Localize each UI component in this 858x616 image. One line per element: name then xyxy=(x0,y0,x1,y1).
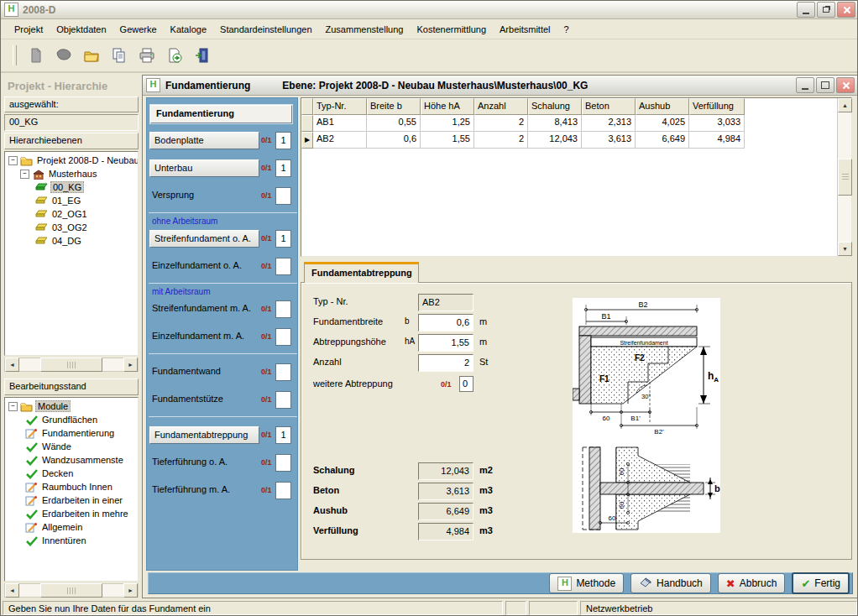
menu-projekt[interactable]: Projekt xyxy=(8,22,50,37)
menu-gewerke[interactable]: Gewerke xyxy=(113,22,164,37)
doc-minimize-button[interactable] xyxy=(796,77,814,93)
cell[interactable]: 0,6 xyxy=(367,132,421,149)
col-header[interactable]: Beton xyxy=(582,98,636,115)
scroll-thumb[interactable] xyxy=(40,358,102,372)
nav-label[interactable]: Tieferführung o. A. xyxy=(152,457,228,467)
cell[interactable]: 0,55 xyxy=(367,115,421,132)
count-field[interactable] xyxy=(275,258,291,275)
minimize-button[interactable] xyxy=(797,2,815,18)
nav-label[interactable]: Fundamentwand xyxy=(152,366,221,376)
collapse-toggle-icon[interactable]: − xyxy=(20,170,29,179)
nav-label[interactable]: Einzelfundament o. A. xyxy=(152,260,242,270)
count-field[interactable] xyxy=(275,328,291,346)
tree-item-label[interactable]: 04_DG xyxy=(50,236,83,246)
tree-item-label[interactable]: Module xyxy=(35,400,71,412)
nav-button-active[interactable]: Fundamentabtreppung xyxy=(149,426,259,444)
module-item[interactable]: Fundamentierung xyxy=(5,426,138,440)
module-item[interactable]: Innentüren xyxy=(5,534,138,547)
module-label[interactable]: Fundamentierung xyxy=(40,428,116,438)
module-label[interactable]: Erdarbeiten in einer xyxy=(40,495,124,505)
module-item[interactable]: Wandzusammenste xyxy=(5,453,138,467)
handbuch-button[interactable]: Handbuch xyxy=(630,573,711,593)
module-label[interactable]: Innentüren xyxy=(40,535,88,546)
col-header[interactable]: Schalung xyxy=(528,98,582,115)
module-label[interactable]: Raumbuch Innen xyxy=(40,482,114,492)
scroll-thumb[interactable] xyxy=(838,159,852,196)
nav-label[interactable]: Streifenfundament m. A. xyxy=(152,303,251,313)
cell[interactable]: 3,613 xyxy=(582,132,636,149)
menu-help[interactable]: ? xyxy=(557,22,576,37)
scroll-thumb[interactable] xyxy=(40,583,102,598)
cell[interactable]: AB1 xyxy=(313,115,367,132)
tree-item-floor[interactable]: 03_OG2 xyxy=(5,221,138,234)
col-header[interactable]: Höhe hA xyxy=(421,98,474,115)
table-row[interactable]: AB1 0,55 1,25 2 8,413 2,313 4,025 3,033 xyxy=(301,115,851,132)
print-icon[interactable] xyxy=(137,45,157,65)
cell[interactable]: 1,25 xyxy=(421,115,474,132)
menu-objektdaten[interactable]: Objektdaten xyxy=(50,22,112,37)
cell[interactable]: AB2 xyxy=(313,132,367,149)
col-header[interactable]: Aushub xyxy=(636,98,689,115)
methode-button[interactable]: H Methode xyxy=(549,573,624,593)
cell[interactable]: 12,043 xyxy=(528,132,582,149)
nav-button[interactable]: Unterbau xyxy=(149,159,259,177)
nav-button[interactable]: Bodenplatte xyxy=(149,132,259,149)
nav-label[interactable]: Tieferführung m. A. xyxy=(152,484,230,494)
count-field[interactable]: 1 xyxy=(275,426,291,444)
tree-item-label[interactable]: 02_OG1 xyxy=(50,209,89,219)
table-row-selected[interactable]: ▶ AB2 0,6 1,55 2 12,043 3,613 6,649 4,98… xyxy=(301,132,851,149)
export-icon[interactable] xyxy=(165,45,185,65)
scroll-up-icon[interactable]: ▲ xyxy=(838,98,852,112)
count-field[interactable]: 1 xyxy=(275,159,291,177)
anzahl-input[interactable]: 2 xyxy=(418,354,473,372)
module-label[interactable]: Wände xyxy=(40,441,73,452)
open-folder-icon[interactable] xyxy=(81,45,102,65)
nav-label[interactable]: Einzelfundament m. A. xyxy=(152,331,244,341)
cell[interactable]: 3,033 xyxy=(689,115,745,132)
module-item[interactable]: Allgemein xyxy=(5,520,138,534)
tree-item-label-selected[interactable]: 00_KG xyxy=(50,181,84,193)
tree-item-label[interactable]: 03_OG2 xyxy=(50,222,89,232)
menu-kataloge[interactable]: Kataloge xyxy=(164,22,213,37)
restore-button[interactable] xyxy=(817,2,835,18)
module-label[interactable]: Allgemein xyxy=(40,522,84,532)
tree-item-label[interactable]: 01_EG xyxy=(50,196,82,206)
collapse-toggle-icon[interactable]: − xyxy=(8,156,18,165)
col-header[interactable]: Verfüllung xyxy=(689,98,745,115)
weitere-input[interactable]: 0 xyxy=(459,376,473,392)
nav-button[interactable]: Streifenfundament o. A. xyxy=(149,230,259,248)
fertig-button[interactable]: ✔ Fertig xyxy=(792,572,850,594)
hierarchy-hscrollbar[interactable]: ◄ ► xyxy=(4,358,139,372)
menu-standardeinstellungen[interactable]: Standardeinstellungen xyxy=(213,22,318,37)
doc-close-button[interactable] xyxy=(836,77,855,93)
copy-icon[interactable] xyxy=(109,45,129,65)
open-document-icon[interactable] xyxy=(54,45,74,65)
hoehe-input[interactable]: 1,55 xyxy=(418,334,473,352)
menu-zusammenstellung[interactable]: Zusammenstellung xyxy=(319,22,411,37)
col-header[interactable]: Typ-Nr. xyxy=(313,98,367,115)
menu-kostenermittlung[interactable]: Kostenermittlung xyxy=(410,22,493,37)
count-field[interactable] xyxy=(275,482,291,499)
nav-label[interactable]: Versprung xyxy=(152,190,194,200)
module-label[interactable]: Wandzusammenste xyxy=(40,455,125,465)
cell[interactable]: 1,55 xyxy=(421,132,474,149)
tree-item-floor[interactable]: 02_OG1 xyxy=(5,207,138,221)
scroll-right-icon[interactable]: ► xyxy=(123,583,138,598)
tree-item-project[interactable]: − Projekt 2008-D - Neubau xyxy=(5,154,138,167)
cell[interactable]: 6,649 xyxy=(636,132,689,149)
module-label[interactable]: Grundflächen xyxy=(40,415,99,425)
scroll-left-icon[interactable]: ◄ xyxy=(5,583,19,598)
cell[interactable]: 4,025 xyxy=(636,115,689,132)
module-item[interactable]: Grundflächen xyxy=(5,413,138,426)
module-item[interactable]: Erdarbeiten in einer xyxy=(5,493,138,507)
count-field[interactable]: 1 xyxy=(275,230,291,248)
table-vscrollbar[interactable]: ▲ ▼ xyxy=(837,98,851,256)
count-field[interactable] xyxy=(275,363,291,381)
cell[interactable]: 8,413 xyxy=(528,115,582,132)
col-header[interactable]: Breite b xyxy=(367,98,421,115)
tree-item-floor[interactable]: 01_EG xyxy=(5,194,138,207)
cell[interactable]: 2 xyxy=(474,115,528,132)
tree-item-label[interactable]: Musterhaus xyxy=(47,169,98,179)
module-item[interactable]: Decken xyxy=(5,467,138,480)
tree-item-floor[interactable]: 04_DG xyxy=(5,234,138,248)
